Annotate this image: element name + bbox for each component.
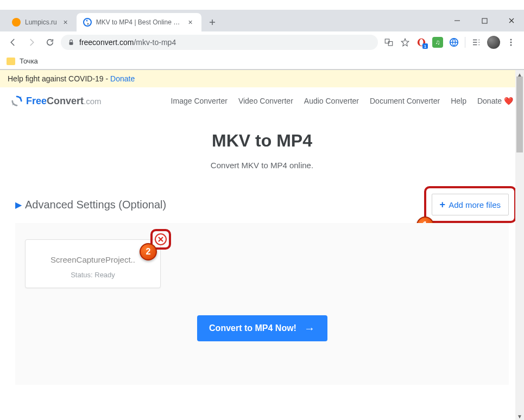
url-text: freeconvert.com/mkv-to-mp4 (79, 38, 176, 47)
caret-right-icon: ▶ (15, 200, 22, 210)
page-main: MKV to MP4 Convert MKV to MP4 online. ▶ … (0, 112, 524, 401)
tab-freeconvert[interactable]: MKV to MP4 | Best Online MKV t × (77, 13, 201, 31)
file-card: 2 ScreenCaptureProject.. Status: Ready (25, 239, 161, 288)
toolbar-right: 1 ♫ (381, 36, 519, 49)
svg-point-10 (510, 44, 512, 46)
nav-video-converter[interactable]: Video Converter (238, 97, 293, 105)
favicon-freeconvert (83, 18, 92, 27)
add-more-files-button[interactable]: + Add more files (432, 194, 509, 215)
svg-rect-2 (70, 42, 73, 44)
svg-point-9 (510, 42, 512, 43)
file-name: ScreenCaptureProject.. (32, 255, 154, 264)
tab-lumpics[interactable]: Lumpics.ru × (5, 13, 77, 31)
separator (465, 37, 465, 48)
reload-button[interactable] (42, 35, 58, 50)
page-subtitle: Convert MKV to MP4 online. (15, 161, 509, 170)
tab-bar: Lumpics.ru × MKV to MP4 | Best Online MK… (0, 10, 524, 31)
nav-image-converter[interactable]: Image Converter (171, 97, 228, 105)
nav-audio-converter[interactable]: Audio Converter (304, 97, 359, 105)
nav-donate[interactable]: Donate ❤️ (477, 97, 513, 105)
menu-icon[interactable] (506, 37, 516, 48)
close-window-button[interactable] (503, 12, 520, 29)
extension-opera-icon[interactable]: 1 (416, 37, 427, 48)
logo-text: FreeConvert.com (26, 96, 102, 107)
add-more-label: Add more files (449, 200, 501, 209)
arrow-right-icon: → (304, 322, 315, 335)
reading-list-icon[interactable] (471, 37, 482, 48)
star-icon[interactable] (400, 37, 411, 48)
nav-help[interactable]: Help (451, 97, 466, 105)
site-logo[interactable]: FreeConvert.com (11, 95, 102, 107)
address-row: freeconvert.com/mkv-to-mp4 1 ♫ (0, 31, 524, 53)
favicon-lumpics (12, 18, 21, 27)
scroll-down-arrow[interactable]: ▼ (515, 412, 524, 420)
back-button[interactable] (5, 35, 21, 50)
new-tab-button[interactable] (205, 15, 220, 30)
scrollbar-thumb[interactable] (516, 77, 523, 152)
advanced-settings-toggle[interactable]: ▶ Advanced Settings (Optional) (15, 199, 166, 211)
page-viewport: Help fight against COVID-19 - Donate Fre… (0, 70, 524, 420)
covid-banner: Help fight against COVID-19 - Donate (0, 70, 524, 87)
maximize-button[interactable] (476, 12, 493, 29)
lock-icon (67, 39, 75, 46)
banner-text: Help fight against COVID-19 - (8, 74, 110, 83)
annotation-callout-2: 2 (140, 243, 157, 260)
main-nav: Image Converter Video Converter Audio Co… (171, 97, 513, 105)
extension-globe-icon[interactable] (449, 37, 459, 48)
file-status: Status: Ready (32, 271, 154, 279)
minimize-button[interactable] (449, 12, 465, 29)
page-title: MKV to MP4 (15, 131, 509, 151)
bookmark-folder-icon (7, 58, 15, 65)
files-area: 2 ScreenCaptureProject.. Status: Ready C… (15, 223, 509, 385)
convert-button[interactable]: Convert to MP4 Now! → (197, 315, 327, 341)
settings-row: ▶ Advanced Settings (Optional) + Add mor… (15, 194, 509, 215)
site-header: FreeConvert.com Image Converter Video Co… (0, 87, 524, 112)
forward-button[interactable] (24, 35, 39, 50)
nav-document-converter[interactable]: Document Converter (370, 97, 440, 105)
tab-title: MKV to MP4 | Best Online MKV t (96, 18, 182, 26)
browser-chrome: Lumpics.ru × MKV to MP4 | Best Online MK… (0, 0, 524, 70)
advanced-label: Advanced Settings (Optional) (25, 199, 166, 211)
address-bar[interactable]: freeconvert.com/mkv-to-mp4 (61, 35, 378, 50)
close-tab-icon[interactable]: × (61, 18, 70, 27)
svg-point-8 (510, 39, 512, 41)
donate-link[interactable]: Donate (110, 74, 135, 83)
window-controls (449, 10, 520, 31)
convert-label: Convert to MP4 Now! (209, 323, 296, 333)
bookmark-item[interactable]: Точка (20, 57, 38, 65)
extension-green-icon[interactable]: ♫ (432, 37, 443, 48)
svg-rect-1 (482, 18, 487, 23)
close-tab-icon[interactable]: × (186, 18, 195, 27)
plus-icon: + (440, 200, 446, 209)
bookmarks-bar: Точка (0, 53, 524, 69)
remove-file-button[interactable] (155, 233, 167, 245)
vertical-scrollbar[interactable]: ▲ ▼ (515, 70, 524, 420)
logo-icon (11, 95, 23, 107)
translate-icon[interactable] (383, 37, 394, 48)
profile-avatar[interactable] (487, 36, 500, 49)
tab-title: Lumpics.ru (25, 18, 57, 26)
window-titlebar (0, 0, 524, 10)
